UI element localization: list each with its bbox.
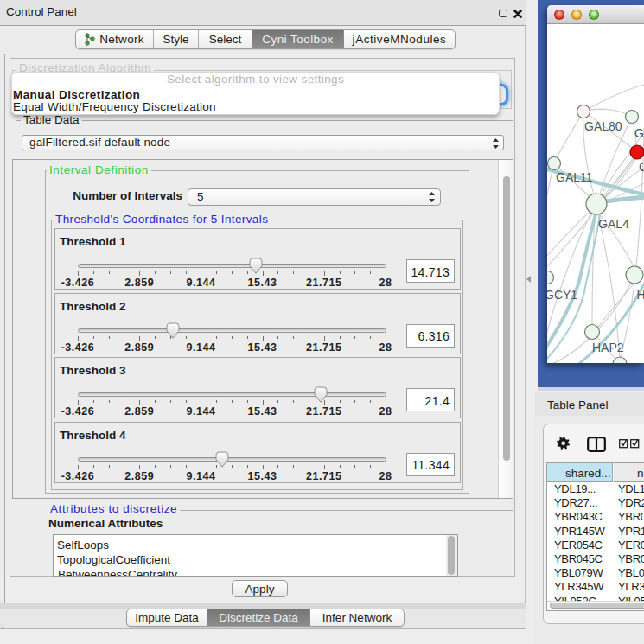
svg-text:GCY1: GCY1 — [547, 288, 577, 302]
svg-text:GAL80: GAL80 — [584, 119, 622, 133]
svg-text:H: H — [637, 288, 644, 302]
svg-text:HAP2: HAP2 — [592, 341, 624, 354]
svg-text:G.: G. — [634, 126, 644, 140]
svg-text:GAL4: GAL4 — [598, 217, 629, 231]
svg-text:GAL11: GAL11 — [556, 170, 593, 184]
svg-text:C: C — [639, 160, 644, 174]
